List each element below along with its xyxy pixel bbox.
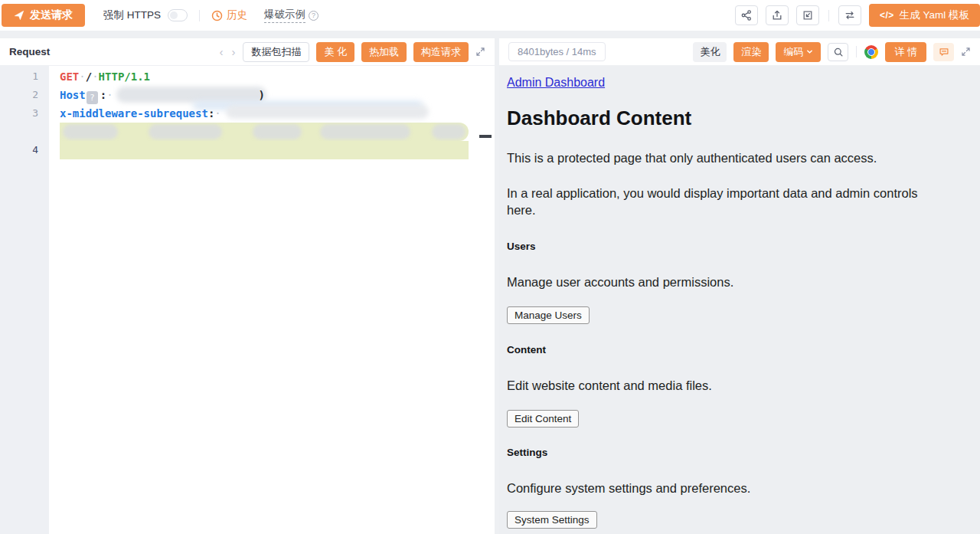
paren-token: ) (259, 89, 265, 101)
redacted-blur (320, 124, 410, 139)
line-number: 1 (32, 67, 38, 86)
blast-example-label: 爆破示例 (264, 8, 305, 23)
import-icon (802, 9, 814, 21)
rendered-response-page: Admin Dashboard Dashboard Content This i… (499, 66, 980, 534)
intro-paragraph: In a real application, you would display… (507, 185, 947, 219)
share-icon (740, 9, 753, 21)
divider (856, 46, 857, 57)
whitespace-dot: · (106, 89, 113, 101)
colon-token: : (100, 89, 106, 101)
request-header-actions: ‹ › 数据包扫描 美 化 热加载 构造请求 (218, 42, 485, 62)
page-title: Dashboard Content (507, 106, 972, 130)
divider (199, 10, 200, 21)
request-panel-title: Request (9, 46, 50, 57)
selection-highlight (60, 123, 469, 141)
request-panel: Request ‹ › 数据包扫描 美 化 热加载 构造请求 1 2 3 4 (0, 38, 495, 534)
send-request-label: 发送请求 (30, 8, 73, 22)
section-desc-settings: Configure system settings and preference… (507, 480, 947, 497)
line-number: 2 (32, 86, 38, 104)
section-desc-users: Manage user accounts and permissions. (507, 274, 947, 291)
section-title-users: Users (507, 241, 972, 252)
redacted-blur (432, 124, 466, 139)
line-number: 4 (32, 141, 38, 159)
section-desc-content: Edit website content and media files. (507, 378, 947, 395)
chevron-down-icon (806, 48, 813, 55)
beautify-request-button[interactable]: 美 化 (316, 42, 354, 62)
generate-yaml-button[interactable]: </> 生成 Yaml 模板 (869, 4, 980, 27)
force-https-label: 强制 HTTPS (103, 8, 161, 22)
search-icon (833, 47, 844, 57)
encode-dropdown[interactable]: 编码 (776, 42, 821, 62)
whitespace-dot: · (92, 70, 98, 83)
code-line-3: x-middleware-subrequest:· (60, 104, 221, 123)
construct-request-button[interactable]: 构造请求 (413, 42, 469, 62)
section-title-settings: Settings (507, 447, 972, 458)
details-button[interactable]: 详 情 (885, 42, 926, 62)
code-line-2: Host?:·) (60, 86, 265, 104)
redacted-blur (149, 124, 222, 139)
system-settings-button[interactable]: System Settings (507, 511, 597, 529)
response-panel-header: 8401bytes / 14ms 美化 渲染 编码 详 情 (499, 38, 980, 66)
force-https-group: 强制 HTTPS (103, 8, 188, 22)
clock-icon (211, 10, 223, 21)
header-hint-icon[interactable]: ? (87, 91, 98, 104)
history-label: 历史 (227, 8, 247, 22)
export-icon (771, 9, 783, 21)
topbar-right-group: </> 生成 Yaml 模板 (735, 4, 980, 27)
export-button[interactable] (766, 5, 789, 25)
request-panel-header: Request ‹ › 数据包扫描 美 化 热加载 构造请求 (0, 38, 495, 66)
feedback-button[interactable] (933, 43, 954, 61)
open-in-chrome-icon[interactable] (864, 45, 878, 59)
swap-button[interactable] (838, 5, 861, 25)
hot-reload-button[interactable]: 热加载 (361, 42, 407, 62)
search-button[interactable] (828, 43, 848, 61)
line-number-gutter: 1 2 3 4 (0, 66, 49, 534)
history-prev-button[interactable]: ‹ (218, 46, 224, 57)
comment-icon (939, 47, 949, 57)
send-icon (14, 10, 24, 21)
overview-ruler-marker (479, 135, 492, 138)
header-key-token: Host (60, 89, 86, 101)
help-icon: ? (309, 11, 318, 21)
share-button[interactable] (735, 5, 758, 25)
generate-yaml-label: 生成 Yaml 模板 (900, 8, 969, 22)
admin-dashboard-link[interactable]: Admin Dashboard (507, 76, 605, 90)
import-button[interactable] (796, 5, 819, 25)
divider (828, 10, 829, 21)
code-line-1: GET·/·HTTP/1.1 (60, 67, 150, 86)
line-number: 3 (32, 104, 38, 123)
whitespace-dot: · (79, 70, 85, 83)
fullscreen-icon[interactable] (961, 47, 971, 57)
history-button[interactable]: 历史 (211, 8, 247, 22)
intro-paragraph: This is a protected page that only authe… (507, 150, 947, 167)
manage-users-button[interactable]: Manage Users (507, 306, 590, 324)
redacted-blur (63, 124, 118, 139)
section-title-content: Content (507, 344, 972, 355)
force-https-toggle[interactable] (168, 9, 188, 21)
packet-scan-button[interactable]: 数据包扫描 (243, 42, 309, 62)
whitespace-dot: · (214, 107, 220, 120)
redacted-blur (226, 105, 429, 119)
path-token: / (86, 70, 92, 83)
encode-label: 编码 (783, 45, 803, 59)
beautify-response-button[interactable]: 美化 (693, 42, 727, 62)
request-editor[interactable]: 1 2 3 4 GET·/·HTTP/1.1 Host?:·) x-middle… (0, 66, 495, 534)
http-method-token: GET (60, 70, 79, 83)
history-next-button[interactable]: › (230, 46, 236, 57)
response-stats-badge: 8401bytes / 14ms (508, 42, 606, 61)
send-request-button[interactable]: 发送请求 (2, 4, 85, 27)
edit-content-button[interactable]: Edit Content (507, 410, 579, 428)
fullscreen-icon[interactable] (475, 47, 485, 57)
http-version-token: HTTP/1.1 (99, 70, 150, 83)
response-header-actions: 美化 渲染 编码 详 情 (693, 42, 971, 62)
selection-highlight (60, 141, 469, 159)
top-toolbar: 发送请求 强制 HTTPS 历史 爆破示例 ? </> 生成 Yaml 模板 (0, 0, 980, 31)
response-panel: 8401bytes / 14ms 美化 渲染 编码 详 情 Admin Dash… (499, 38, 980, 534)
header-key-token: x-middleware-subrequest (60, 107, 208, 120)
blast-example-link[interactable]: 爆破示例 ? (264, 8, 318, 23)
redacted-blur (253, 124, 302, 139)
swap-arrows-icon (844, 9, 856, 21)
render-button[interactable]: 渲染 (733, 42, 769, 62)
code-tag-icon: </> (880, 10, 894, 21)
